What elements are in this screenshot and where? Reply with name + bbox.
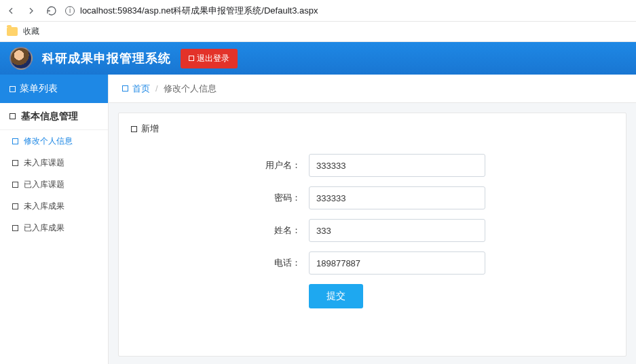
breadcrumb-current: 修改个人信息 [164,83,217,95]
password-input[interactable] [309,186,485,209]
form-row-password: 密码： [119,186,626,209]
sidebar-header: 菜单列表 [0,75,108,103]
name-input[interactable] [309,219,485,242]
name-label: 姓名： [119,224,309,237]
app-title: 科研成果申报管理系统 [42,50,171,66]
password-label: 密码： [119,192,309,204]
item-icon [12,138,18,144]
sidebar-item-label: 修改个人信息 [24,136,73,147]
item-icon [12,203,18,209]
menu-icon [10,86,16,92]
logout-button[interactable]: 退出登录 [181,49,238,68]
form-row-name: 姓名： [119,219,626,242]
sidebar: 菜单列表 基本信息管理 修改个人信息 未入库课题 已入库课题 未入库成果 已入库… [0,75,109,364]
browser-toolbar: i localhost:59834/asp.net科研成果申报管理系统/Defa… [0,0,636,22]
logout-label: 退出登录 [197,53,229,64]
form-row-submit: 提交 [119,284,626,308]
sidebar-item-edit-personal[interactable]: 修改个人信息 [0,130,108,152]
panel-title: 新增 [119,113,626,144]
sidebar-section-basic[interactable]: 基本信息管理 [0,103,108,130]
breadcrumb: 首页 / 修改个人信息 [109,75,636,103]
sidebar-item-pending-result[interactable]: 未入库成果 [0,195,108,217]
section-icon [10,113,16,119]
site-info-icon[interactable]: i [65,6,75,16]
item-icon [12,182,18,188]
bookmarks-bar: 收藏 [0,22,636,42]
address-bar[interactable]: i localhost:59834/asp.net科研成果申报管理系统/Defa… [65,5,631,17]
sidebar-section-label: 基本信息管理 [21,110,78,123]
form-row-phone: 电话： [119,251,626,275]
sidebar-item-label: 已入库成果 [24,222,64,234]
back-button[interactable] [5,5,16,16]
breadcrumb-home[interactable]: 首页 [122,83,150,95]
forward-button[interactable] [26,5,37,16]
submit-button[interactable]: 提交 [309,284,363,308]
sidebar-item-label: 未入库课题 [24,157,64,169]
username-label: 用户名： [119,159,309,171]
breadcrumb-home-label: 首页 [132,83,150,95]
url-text: localhost:59834/asp.net科研成果申报管理系统/Defaul… [80,5,318,17]
main: 首页 / 修改个人信息 新增 用户名： 密码： 姓名： 电话 [109,75,636,364]
logout-icon [189,56,194,61]
browser-nav-group [5,5,57,16]
home-icon [122,85,128,92]
username-input[interactable] [309,154,485,177]
app-header: 科研成果申报管理系统 退出登录 [0,42,636,75]
bookmark-favorites[interactable]: 收藏 [23,26,39,37]
item-icon [12,160,18,166]
sidebar-item-stored-result[interactable]: 已入库成果 [0,217,108,239]
avatar[interactable] [10,47,33,70]
item-icon [12,225,18,231]
breadcrumb-separator: / [155,83,158,94]
panel-title-icon [131,126,137,132]
sidebar-item-label: 已入库课题 [24,179,64,190]
folder-icon [7,27,18,36]
form-panel: 新增 用户名： 密码： 姓名： 电话： 提交 [118,113,626,357]
sidebar-item-stored-topic[interactable]: 已入库课题 [0,174,108,195]
app-body: 菜单列表 基本信息管理 修改个人信息 未入库课题 已入库课题 未入库成果 已入库… [0,75,636,364]
phone-label: 电话： [119,257,309,269]
reload-button[interactable] [46,5,57,16]
sidebar-item-pending-topic[interactable]: 未入库课题 [0,152,108,174]
sidebar-item-label: 未入库成果 [24,201,64,212]
form-row-username: 用户名： [119,154,626,177]
sidebar-header-label: 菜单列表 [20,83,58,95]
panel-title-label: 新增 [141,123,159,135]
phone-input[interactable] [309,251,485,275]
